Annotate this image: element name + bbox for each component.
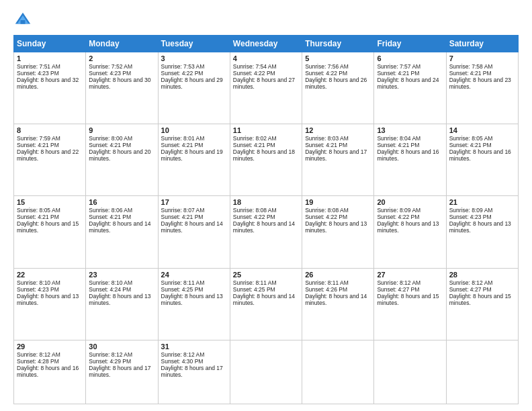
daylight-text: Daylight: 8 hours and 17 minutes. <box>305 148 367 162</box>
sunset-text: Sunset: 4:24 PM <box>89 286 131 293</box>
day-number: 31 <box>161 342 227 351</box>
day-number: 9 <box>89 126 154 134</box>
sunset-text: Sunset: 4:27 PM <box>449 286 492 293</box>
sunrise-text: Sunrise: 8:09 AM <box>449 207 493 214</box>
day-number: 26 <box>305 271 371 279</box>
day-number: 23 <box>89 271 154 279</box>
sunrise-text: Sunrise: 8:11 AM <box>161 279 205 286</box>
sunset-text: Sunset: 4:21 PM <box>449 70 492 77</box>
daylight-text: Daylight: 8 hours and 13 minutes. <box>449 220 511 234</box>
sunrise-text: Sunrise: 8:07 AM <box>161 207 205 214</box>
day-cell: 4Sunrise: 7:54 AMSunset: 4:22 PMDaylight… <box>230 52 302 124</box>
day-number: 20 <box>377 198 443 206</box>
sunrise-text: Sunrise: 8:01 AM <box>161 135 205 142</box>
sunrise-text: Sunrise: 8:08 AM <box>305 207 349 214</box>
daylight-text: Daylight: 8 hours and 14 minutes. <box>233 293 295 306</box>
day-cell: 26Sunrise: 8:11 AMSunset: 4:26 PMDayligh… <box>302 268 374 340</box>
daylight-text: Daylight: 8 hours and 17 minutes. <box>161 365 223 378</box>
sunrise-text: Sunrise: 8:00 AM <box>89 135 132 142</box>
sunrise-text: Sunrise: 7:57 AM <box>377 63 420 70</box>
sunset-text: Sunset: 4:21 PM <box>305 142 347 148</box>
day-cell: 24Sunrise: 8:11 AMSunset: 4:25 PMDayligh… <box>158 268 230 340</box>
day-number: 5 <box>305 54 371 62</box>
sunset-text: Sunset: 4:21 PM <box>161 214 204 220</box>
week-row-3: 22Sunrise: 8:10 AMSunset: 4:23 PMDayligh… <box>14 268 519 340</box>
day-number: 22 <box>17 271 83 279</box>
sunrise-text: Sunrise: 8:05 AM <box>17 207 60 214</box>
col-header-wednesday: Wednesday <box>230 36 302 52</box>
daylight-text: Daylight: 8 hours and 19 minutes. <box>161 148 223 162</box>
sunset-text: Sunset: 4:21 PM <box>89 142 131 148</box>
day-cell: 20Sunrise: 8:09 AMSunset: 4:22 PMDayligh… <box>374 196 446 268</box>
sunset-text: Sunset: 4:21 PM <box>17 142 59 148</box>
sunrise-text: Sunrise: 8:12 AM <box>17 351 60 358</box>
day-number: 27 <box>377 271 443 279</box>
week-row-1: 8Sunrise: 7:59 AMSunset: 4:21 PMDaylight… <box>14 124 519 196</box>
day-number: 10 <box>161 126 227 134</box>
col-header-monday: Monday <box>86 36 158 52</box>
sunrise-text: Sunrise: 8:03 AM <box>305 135 349 142</box>
daylight-text: Daylight: 8 hours and 17 minutes. <box>89 365 150 378</box>
sunset-text: Sunset: 4:21 PM <box>161 142 204 148</box>
sunrise-text: Sunrise: 7:59 AM <box>17 135 60 142</box>
sunset-text: Sunset: 4:21 PM <box>17 214 59 220</box>
sunset-text: Sunset: 4:22 PM <box>161 70 204 77</box>
day-number: 8 <box>17 126 83 134</box>
sunset-text: Sunset: 4:26 PM <box>305 286 347 293</box>
sunrise-text: Sunrise: 8:12 AM <box>161 351 205 358</box>
sunset-text: Sunset: 4:22 PM <box>233 214 275 220</box>
day-cell: 9Sunrise: 8:00 AMSunset: 4:21 PMDaylight… <box>86 124 158 196</box>
sunrise-text: Sunrise: 8:04 AM <box>377 135 420 142</box>
day-cell <box>374 340 446 404</box>
daylight-text: Daylight: 8 hours and 13 minutes. <box>377 220 439 234</box>
daylight-text: Daylight: 8 hours and 14 minutes. <box>233 220 295 234</box>
col-header-tuesday: Tuesday <box>158 36 230 52</box>
sunset-text: Sunset: 4:23 PM <box>17 286 59 293</box>
sunrise-text: Sunrise: 7:53 AM <box>161 63 205 70</box>
calendar-page: SundayMondayTuesdayWednesdayThursdayFrid… <box>0 0 532 411</box>
week-row-0: 1Sunrise: 7:51 AMSunset: 4:23 PMDaylight… <box>14 52 519 124</box>
week-row-2: 15Sunrise: 8:05 AMSunset: 4:21 PMDayligh… <box>14 196 519 268</box>
sunset-text: Sunset: 4:22 PM <box>305 70 347 77</box>
day-number: 17 <box>161 198 227 206</box>
day-number: 7 <box>449 54 515 62</box>
sunset-text: Sunset: 4:30 PM <box>161 358 204 365</box>
day-cell: 13Sunrise: 8:04 AMSunset: 4:21 PMDayligh… <box>374 124 446 196</box>
day-cell: 16Sunrise: 8:06 AMSunset: 4:21 PMDayligh… <box>86 196 158 268</box>
day-cell <box>446 340 518 404</box>
sunrise-text: Sunrise: 8:09 AM <box>377 207 420 214</box>
sunrise-text: Sunrise: 8:02 AM <box>233 135 277 142</box>
daylight-text: Daylight: 8 hours and 15 minutes. <box>449 293 511 306</box>
sunrise-text: Sunrise: 8:06 AM <box>89 207 132 214</box>
logo-icon <box>13 11 32 30</box>
sunrise-text: Sunrise: 8:10 AM <box>17 279 60 286</box>
day-cell: 18Sunrise: 8:08 AMSunset: 4:22 PMDayligh… <box>230 196 302 268</box>
day-cell: 7Sunrise: 7:58 AMSunset: 4:21 PMDaylight… <box>446 52 518 124</box>
sunset-text: Sunset: 4:22 PM <box>305 214 347 220</box>
day-number: 13 <box>377 126 443 134</box>
day-cell: 12Sunrise: 8:03 AMSunset: 4:21 PMDayligh… <box>302 124 374 196</box>
sunrise-text: Sunrise: 7:58 AM <box>449 63 493 70</box>
daylight-text: Daylight: 8 hours and 27 minutes. <box>233 77 295 90</box>
header-row: SundayMondayTuesdayWednesdayThursdayFrid… <box>14 36 519 52</box>
week-row-4: 29Sunrise: 8:12 AMSunset: 4:28 PMDayligh… <box>14 340 519 404</box>
day-cell: 14Sunrise: 8:05 AMSunset: 4:21 PMDayligh… <box>446 124 518 196</box>
daylight-text: Daylight: 8 hours and 15 minutes. <box>17 220 79 234</box>
sunrise-text: Sunrise: 7:51 AM <box>17 63 60 70</box>
day-cell: 1Sunrise: 7:51 AMSunset: 4:23 PMDaylight… <box>14 52 86 124</box>
day-number: 19 <box>305 198 371 206</box>
day-number: 3 <box>161 54 227 62</box>
daylight-text: Daylight: 8 hours and 30 minutes. <box>89 77 150 90</box>
daylight-text: Daylight: 8 hours and 13 minutes. <box>305 220 367 234</box>
col-header-saturday: Saturday <box>446 36 518 52</box>
sunrise-text: Sunrise: 8:12 AM <box>89 351 132 358</box>
day-number: 29 <box>17 342 83 351</box>
sunrise-text: Sunrise: 8:08 AM <box>233 207 277 214</box>
sunset-text: Sunset: 4:25 PM <box>161 286 204 293</box>
day-cell: 31Sunrise: 8:12 AMSunset: 4:30 PMDayligh… <box>158 340 230 404</box>
day-cell: 21Sunrise: 8:09 AMSunset: 4:23 PMDayligh… <box>446 196 518 268</box>
sunrise-text: Sunrise: 7:54 AM <box>233 63 277 70</box>
daylight-text: Daylight: 8 hours and 24 minutes. <box>377 77 439 90</box>
sunrise-text: Sunrise: 8:05 AM <box>449 135 493 142</box>
day-number: 12 <box>305 126 371 134</box>
